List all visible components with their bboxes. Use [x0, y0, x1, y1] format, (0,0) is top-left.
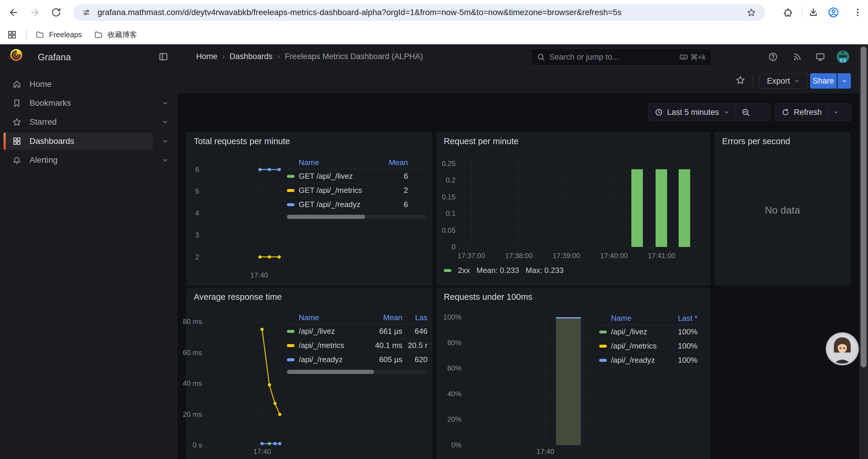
chevron-down-icon[interactable]	[161, 118, 169, 126]
user-avatar[interactable]	[836, 50, 850, 64]
legend-row[interactable]: /api/_/livez100%	[599, 325, 701, 339]
url-bar[interactable]: grafana.mathmast.com/d/deytv4rwavabkb/fr…	[73, 4, 765, 21]
sidebar-item-home[interactable]: Home	[0, 75, 177, 94]
menu-kebab-icon[interactable]	[852, 7, 863, 18]
series-swatch	[599, 359, 607, 362]
sidebar-item-alerting[interactable]: Alerting	[0, 151, 177, 169]
refresh-button[interactable]: Refresh	[775, 108, 829, 117]
reload-icon[interactable]	[51, 7, 61, 18]
breadcrumb-dashboards[interactable]: Dashboards	[229, 52, 273, 61]
breadcrumb-home[interactable]: Home	[196, 52, 217, 61]
bookmark-folder-freeleaps[interactable]: Freeleaps	[35, 25, 82, 44]
help-icon[interactable]	[768, 52, 778, 62]
legend-cell: 6	[373, 200, 408, 209]
legend-scrollbar[interactable]	[287, 215, 427, 219]
legend-row[interactable]: /api/_/livez661 µs646	[287, 324, 428, 338]
url-text[interactable]: grafana.mathmast.com/d/deytv4rwavabkb/fr…	[97, 4, 621, 21]
y-tick-label: 6	[195, 165, 199, 174]
legend-row[interactable]: GET /api/_/metrics2	[287, 184, 427, 198]
download-icon[interactable]	[808, 7, 818, 18]
chevron-down-icon[interactable]	[161, 99, 169, 107]
legend-row[interactable]: /api/_/readyz605 µs620	[287, 353, 428, 367]
rss-news-icon[interactable]	[793, 52, 802, 62]
sidebar-item-starred[interactable]: Starred	[0, 112, 177, 131]
legend-row[interactable]: /api/_/readyz100%	[599, 353, 701, 367]
legend-cell: 661 µs	[364, 327, 402, 336]
search-icon	[537, 53, 545, 61]
legend-cell: /api/_/metrics	[299, 341, 364, 350]
legend-column-header[interactable]: Name	[299, 313, 364, 322]
bookmark-folder-blogs[interactable]: 收藏博客	[94, 25, 137, 44]
legend-column-header[interactable]: Last *	[662, 314, 698, 323]
series-swatch	[287, 175, 294, 178]
legend-scrollbar-thumb[interactable]	[287, 370, 374, 374]
legend-row[interactable]: GET /api/_/livez6	[287, 169, 427, 184]
toolbar-divider	[177, 93, 868, 93]
sidebar-item-dashboards[interactable]: Dashboards	[0, 132, 177, 151]
data-point	[260, 442, 264, 445]
scrollbar-thumb[interactable]	[861, 47, 867, 367]
site-settings-icon[interactable]	[82, 8, 90, 17]
sidebar-item-bookmarks[interactable]: Bookmarks	[0, 94, 177, 112]
y-tick-label: 20%	[447, 415, 462, 424]
chart-plot	[207, 318, 287, 445]
data-point	[278, 442, 281, 445]
legend-column-header[interactable]: Name	[611, 314, 662, 323]
data-point	[258, 168, 262, 171]
legend-column-header[interactable]: Las	[402, 313, 428, 322]
chevron-down-icon	[794, 78, 800, 84]
series-swatch	[287, 189, 294, 192]
profile-icon[interactable]	[828, 7, 839, 18]
share-button[interactable]: Share	[810, 73, 837, 89]
grafana-logo[interactable]	[9, 48, 23, 62]
extensions-icon[interactable]	[783, 8, 793, 18]
sidebar-toggle-icon[interactable]	[158, 52, 168, 62]
chevron-down-icon[interactable]	[161, 137, 169, 145]
time-range-picker[interactable]: Last 5 minutes	[649, 108, 736, 117]
monitor-icon[interactable]	[815, 52, 825, 62]
share-menu-button[interactable]	[837, 73, 851, 89]
legend-column-header[interactable]: Name	[299, 158, 373, 167]
back-icon[interactable]	[8, 7, 19, 18]
active-item-background	[4, 133, 153, 150]
search-input[interactable]: Search or jump to... ⌘+k	[531, 48, 711, 66]
panel-title[interactable]: Average response time	[194, 292, 282, 302]
legend-scrollbar[interactable]	[287, 370, 428, 374]
bookmark-label: 收藏博客	[107, 25, 137, 44]
series-swatch	[287, 344, 294, 347]
chevron-down-icon	[841, 78, 848, 84]
legend-cell: 100%	[662, 327, 698, 336]
apps-grid-icon[interactable]	[7, 30, 17, 39]
y-tick-label: 2	[195, 253, 199, 261]
x-axis-labels: 17:40	[207, 448, 287, 456]
series-swatch	[287, 203, 294, 206]
legend-row[interactable]: /api/_/metrics40.1 ms20.5 r	[287, 338, 428, 353]
bar	[631, 169, 643, 247]
legend-cell: /api/_/metrics	[611, 341, 662, 351]
y-axis-labels: 100%80%60%40%20%0%	[437, 317, 463, 445]
legend-row[interactable]: GET /api/_/readyz6	[287, 198, 427, 212]
zoom-out-button[interactable]	[736, 108, 755, 117]
panel-title[interactable]: Total requests per minute	[194, 136, 290, 146]
active-item-accent	[4, 133, 6, 150]
legend-cell: /api/_/readyz	[299, 355, 364, 364]
bookmarks-bar: Freeleaps 收藏博客	[0, 25, 868, 44]
legend-column-header[interactable]: Mean	[364, 313, 402, 322]
legend-scrollbar-thumb[interactable]	[287, 215, 365, 219]
floating-assistant-avatar[interactable]	[826, 332, 859, 366]
panel-title[interactable]: Errors per second	[722, 136, 790, 146]
refresh-interval-button[interactable]	[829, 109, 843, 116]
export-button[interactable]: Export	[759, 73, 808, 89]
legend-row[interactable]: /api/_/metrics100%	[599, 339, 701, 353]
legend-column-header[interactable]: Mean	[373, 158, 408, 167]
sidebar-item-label: Alerting	[30, 155, 58, 165]
bookmark-star-icon[interactable]	[747, 8, 756, 17]
panel-title[interactable]: Requests under 100ms	[444, 292, 532, 302]
chevron-down-icon[interactable]	[161, 156, 169, 164]
panel-title[interactable]: Request per minute	[444, 136, 519, 146]
series-swatch	[599, 330, 607, 333]
favorite-star-icon[interactable]	[736, 75, 745, 85]
forward-icon[interactable]	[30, 7, 40, 18]
legend-cell: 605 µs	[364, 355, 402, 364]
legend-inline[interactable]: 2xx Mean: 0.233 Max: 0.233	[444, 266, 564, 275]
